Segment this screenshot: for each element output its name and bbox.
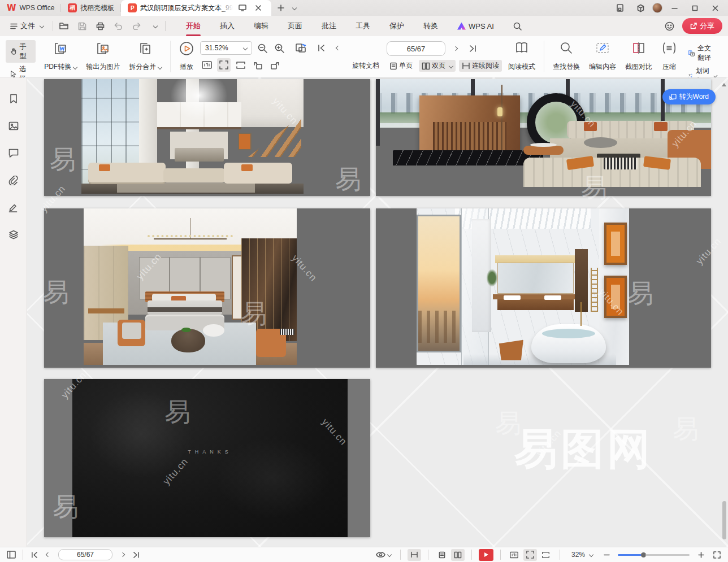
page-number-input[interactable] (387, 41, 445, 56)
fit-width-button[interactable] (539, 549, 553, 561)
comments-panel-icon[interactable] (6, 145, 21, 161)
menu-page[interactable]: 页面 (287, 19, 304, 33)
zoom-out-button[interactable] (255, 41, 269, 55)
zoom-in-button[interactable] (272, 41, 286, 55)
double-page-button[interactable]: 双页 (419, 60, 456, 72)
pdf-page-living-double-height[interactable] (44, 79, 370, 196)
fit-page-button[interactable] (217, 58, 231, 72)
compress-button[interactable]: 压缩 (657, 40, 681, 73)
pdf-page-living-skyline[interactable] (376, 79, 711, 196)
find-replace-button[interactable]: 查找替换 (549, 40, 584, 73)
first-page-button[interactable] (28, 549, 41, 561)
thumbnails-panel-icon[interactable] (6, 118, 21, 134)
close-tab-icon[interactable] (252, 2, 265, 14)
edit-content-button[interactable]: 编辑内容 (585, 40, 620, 73)
attachments-panel-icon[interactable] (6, 172, 21, 188)
screenshot-compare-button[interactable]: 截图对比 (621, 40, 656, 73)
enter-fullscreen-icon[interactable] (236, 2, 249, 14)
last-page-button[interactable] (129, 549, 143, 561)
bookmarks-panel-icon[interactable] (6, 91, 21, 107)
first-page-button[interactable] (314, 41, 328, 55)
read-mode-button[interactable]: 阅读模式 (504, 40, 539, 73)
zoom-slider[interactable] (618, 552, 690, 557)
scroll-up-arrow[interactable] (722, 83, 726, 86)
menu-comment[interactable]: 批注 (320, 19, 337, 33)
user-avatar[interactable] (652, 3, 662, 13)
undo-button[interactable] (112, 20, 124, 32)
menu-protect[interactable]: 保护 (388, 19, 405, 33)
toggle-sidebar-button[interactable] (5, 549, 18, 561)
split-merge-button[interactable]: 拆分合并 (125, 40, 166, 73)
pdf-page-bedroom[interactable] (44, 208, 370, 368)
menu-search-icon[interactable] (512, 20, 523, 33)
rotate-document-label[interactable]: 旋转文档 (349, 60, 382, 72)
menu-edit[interactable]: 编辑 (253, 19, 270, 33)
divider (428, 550, 428, 560)
next-page-button[interactable] (116, 549, 129, 561)
maximize-button[interactable] (686, 1, 703, 15)
menu-home[interactable]: 开始 (185, 19, 202, 33)
fit-page-button[interactable] (523, 549, 537, 561)
tab-wps-office[interactable]: W WPS Office (0, 0, 61, 16)
rotate-document-icon[interactable] (294, 41, 307, 55)
layers-panel-icon[interactable] (6, 226, 21, 242)
menu-wps-ai[interactable]: WPS AI (456, 20, 495, 33)
continuous-read-button[interactable]: 连续阅读 (459, 60, 502, 72)
single-page-toggle[interactable] (435, 549, 449, 561)
convert-to-word-button[interactable]: 转为Word (662, 89, 716, 104)
fit-width-button[interactable] (234, 58, 248, 72)
previous-page-button[interactable] (331, 41, 345, 55)
slideshow-play-button[interactable] (479, 549, 493, 561)
save-button[interactable] (76, 20, 88, 32)
continuous-read-toggle[interactable] (408, 549, 421, 561)
photo-shape (171, 329, 205, 352)
tab-list-chevron-icon[interactable] (287, 2, 300, 14)
zoom-level-dropdown[interactable]: 32% (571, 551, 593, 559)
open-file-button[interactable] (58, 20, 70, 32)
share-button[interactable]: 分享 (682, 18, 722, 34)
rotate-left-button[interactable] (251, 58, 265, 72)
menu-tools[interactable]: 工具 (354, 19, 371, 33)
zoom-in-button[interactable] (694, 549, 708, 561)
view-options-button[interactable] (374, 549, 393, 561)
fullscreen-button[interactable] (710, 549, 723, 561)
redo-button[interactable] (130, 20, 142, 32)
hand-tool-button[interactable]: 手型 (6, 40, 36, 63)
close-window-button[interactable] (707, 1, 723, 15)
mobile-sync-icon[interactable] (612, 1, 629, 15)
next-page-button[interactable] (449, 42, 462, 55)
pdf-convert-button[interactable]: PDF转换 (40, 40, 81, 73)
toolbar: 手型 选择 PDF转换 输出为图片 拆分合并 播放 31.52% (0, 36, 728, 77)
double-page-toggle[interactable] (451, 549, 465, 561)
page-number-input[interactable] (58, 549, 112, 560)
last-page-button[interactable] (466, 42, 479, 55)
print-button[interactable] (94, 20, 106, 32)
actual-size-button[interactable] (200, 58, 214, 72)
export-image-button[interactable]: 输出为图片 (82, 40, 124, 73)
play-button[interactable]: 播放 (175, 40, 198, 73)
quick-access-chevron-icon[interactable] (148, 20, 161, 32)
minimize-button[interactable] (666, 1, 683, 15)
file-menu[interactable]: 文件 (6, 21, 48, 31)
tab-docer-templates[interactable]: 稻 找稻壳模板 (61, 0, 121, 16)
menu-convert[interactable]: 转换 (422, 19, 439, 33)
pdf-page-bathroom[interactable] (376, 208, 711, 368)
menu-insert[interactable]: 插入 (219, 19, 236, 33)
workspace-cube-icon[interactable] (632, 1, 649, 15)
single-page-button[interactable]: 单页 (387, 60, 415, 72)
new-tab-button[interactable] (275, 2, 287, 14)
document-canvas[interactable]: THANKS 易易易易易易易易易易yitu.cnyitu.cnyitu.cnyi… (27, 77, 728, 547)
full-translate-button[interactable]: A 全文翻译 (683, 42, 721, 64)
previous-page-button[interactable] (41, 549, 55, 561)
rotate-right-button[interactable] (268, 58, 281, 72)
vertical-scrollbar[interactable] (721, 79, 727, 546)
actual-size-button[interactable] (508, 549, 521, 561)
zoom-out-button[interactable] (600, 549, 613, 561)
signature-panel-icon[interactable] (6, 199, 21, 215)
service-icon[interactable] (665, 21, 674, 31)
zoom-level-dropdown[interactable]: 31.52% (200, 41, 252, 55)
pdf-page-thanks[interactable]: THANKS (44, 379, 370, 537)
scrollbar-thumb[interactable] (722, 501, 726, 539)
hand-icon (10, 47, 17, 55)
tab-document-active[interactable]: P 武汉朗玥顶层复式方案文本_99 (121, 0, 271, 16)
